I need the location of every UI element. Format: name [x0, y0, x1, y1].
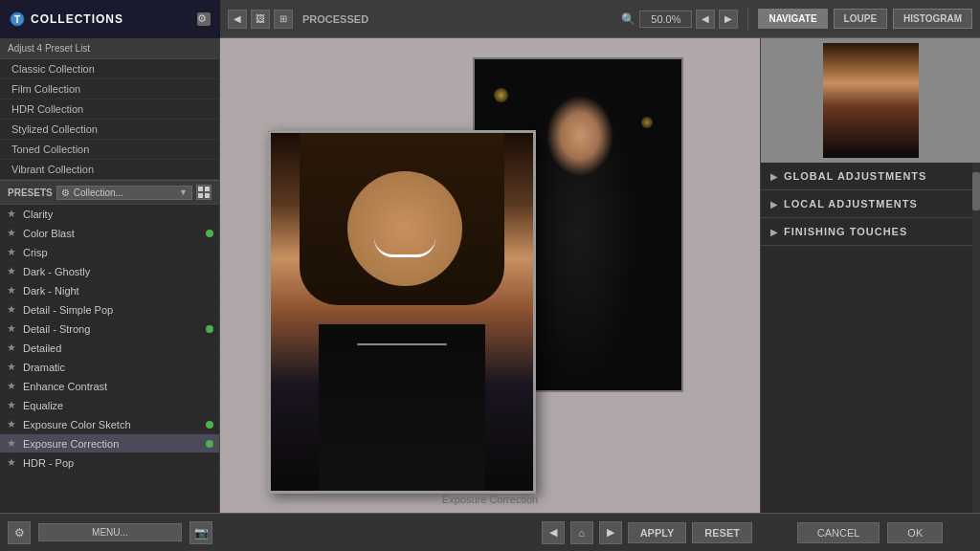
star-icon: ★	[6, 380, 17, 392]
chevron-right-icon: ▶	[770, 227, 778, 237]
gear-button[interactable]: ⚙	[8, 521, 31, 544]
main-canvas: Exposure Correction	[220, 38, 760, 513]
bottom-right: CANCEL OK	[760, 522, 980, 543]
adjustment-sections: ▶GLOBAL ADJUSTMENTS▶LOCAL ADJUSTMENTS▶FI…	[761, 163, 980, 246]
star-icon: ★	[6, 265, 17, 277]
preset-dot	[206, 421, 213, 429]
canvas-label: Exposure Correction	[442, 494, 538, 505]
processed-label: PROCESSED	[302, 13, 368, 25]
camera-button[interactable]: 📷	[189, 521, 212, 544]
adjustment-label: FINISHING TOUCHES	[784, 226, 907, 237]
tab-navigate[interactable]: NAVIGATE	[758, 9, 827, 29]
top-toolbar: ◀ 🖼 ⊞ PROCESSED 🔍 50.0% ◀ ▶ NAVIGATE LOU…	[220, 0, 980, 38]
preset-name: Color Blast	[23, 228, 202, 239]
collection-item[interactable]: Toned Collection	[0, 140, 219, 160]
preset-item[interactable]: ★HDR - Pop	[0, 453, 219, 473]
preset-item[interactable]: ★Detail - Strong	[0, 320, 219, 339]
apply-button[interactable]: APPLY	[628, 522, 687, 543]
svg-rect-2	[198, 187, 203, 191]
preset-item[interactable]: ★Dramatic	[0, 358, 219, 377]
zoom-up-btn[interactable]: ▶	[719, 10, 738, 29]
zoom-down-btn[interactable]: ◀	[696, 10, 715, 29]
collection-item[interactable]: Vibrant Collection	[0, 160, 219, 180]
preset-dot	[206, 325, 213, 333]
thumbnail-area	[761, 38, 980, 163]
collection-item[interactable]: Film Collection	[0, 79, 219, 99]
next-arrow-btn[interactable]: ▶	[599, 521, 622, 544]
home-btn[interactable]: ⌂	[570, 521, 593, 544]
preset-dot	[206, 230, 213, 237]
image-btn[interactable]: 🖼	[251, 10, 270, 29]
preset-item[interactable]: ★Exposure Color Sketch	[0, 415, 219, 434]
ok-button[interactable]: OK	[887, 522, 943, 543]
preset-name: Detail - Strong	[23, 323, 202, 335]
preset-name: Enhance Contrast	[23, 381, 213, 392]
prev-arrow-btn[interactable]: ◀	[542, 521, 565, 544]
adjustment-label: GLOBAL ADJUSTMENTS	[784, 170, 926, 182]
star-icon: ★	[6, 284, 17, 297]
fit-btn[interactable]: ⊞	[274, 10, 293, 29]
tab-loupe[interactable]: LOUPE	[834, 9, 887, 29]
star-icon: ★	[6, 342, 17, 354]
preset-item[interactable]: ★Detailed	[0, 339, 219, 358]
svg-rect-4	[198, 193, 203, 198]
preset-item[interactable]: ★Color Blast	[0, 224, 219, 243]
preset-item[interactable]: ★Equalize	[0, 396, 219, 415]
collection-list: Classic CollectionFilm CollectionHDR Col…	[0, 59, 219, 180]
left-sidebar: Adjust 4 Preset List Classic CollectionF…	[0, 38, 220, 513]
app-icon: T	[10, 11, 25, 27]
grid-view-icon[interactable]	[196, 185, 212, 200]
scrollbar-thumb	[972, 172, 980, 210]
preset-item[interactable]: ★Exposure Correction	[0, 434, 219, 453]
cancel-button[interactable]: CANCEL	[797, 522, 880, 543]
adjustment-section[interactable]: ▶LOCAL ADJUSTMENTS	[761, 190, 980, 218]
star-icon: ★	[6, 437, 17, 450]
svg-text:T: T	[14, 14, 20, 25]
collections-header[interactable]: Adjust 4 Preset List	[0, 38, 219, 59]
preset-name: HDR - Pop	[23, 457, 213, 469]
collection-item[interactable]: HDR Collection	[0, 99, 219, 120]
preset-item[interactable]: ★Enhance Contrast	[0, 377, 219, 396]
menu-button[interactable]: MENU...	[38, 523, 182, 541]
presets-header: PRESETS ⚙ Collection... ▼	[0, 180, 219, 205]
preset-item[interactable]: ★Dark - Night	[0, 281, 219, 300]
preset-name: Dramatic	[23, 362, 213, 373]
preset-item[interactable]: ★Detail - Simple Pop	[0, 300, 219, 320]
star-icon: ★	[6, 303, 17, 316]
thumbnail-image	[823, 43, 919, 158]
star-icon: ★	[6, 208, 17, 220]
preset-list: ★Clarity★Color Blast★Crisp★Dark - Ghostl…	[0, 205, 219, 513]
preset-name: Crisp	[23, 247, 213, 258]
preset-item[interactable]: ★Crisp	[0, 243, 219, 262]
zoom-input[interactable]: 50.0%	[639, 11, 692, 28]
bottom-main: ◀ ⌂ ▶ APPLY RESET	[220, 521, 760, 544]
title-bar: T COLLECTIONS ⚙	[0, 0, 220, 38]
adjustment-section[interactable]: ▶GLOBAL ADJUSTMENTS	[761, 163, 980, 190]
preset-name: Exposure Correction	[23, 438, 202, 450]
tab-histogram[interactable]: HISTOGRAM	[893, 9, 972, 29]
preset-item[interactable]: ★Clarity	[0, 205, 219, 224]
right-scrollbar[interactable]	[972, 163, 980, 513]
svg-rect-3	[205, 187, 210, 191]
star-icon: ★	[6, 361, 17, 373]
collection-item[interactable]: Classic Collection	[0, 59, 219, 79]
preset-item[interactable]: ★Dark - Ghostly	[0, 262, 219, 281]
bottom-left: ⚙ MENU... 📷	[0, 521, 220, 544]
adjustment-label: LOCAL ADJUSTMENTS	[784, 198, 918, 209]
preset-name: Detail - Simple Pop	[23, 304, 213, 316]
collection-item[interactable]: Stylized Collection	[0, 120, 219, 140]
star-icon: ★	[6, 399, 17, 411]
adjustment-section[interactable]: ▶FINISHING TOUCHES	[761, 218, 980, 246]
preset-name: Dark - Night	[23, 285, 213, 297]
star-icon: ★	[6, 322, 17, 335]
preset-name: Detailed	[23, 342, 213, 354]
presets-dropdown[interactable]: ⚙ Collection... ▼	[56, 186, 192, 200]
svg-rect-5	[205, 193, 210, 198]
settings-icon[interactable]: ⚙	[197, 12, 211, 26]
reset-button[interactable]: RESET	[692, 522, 752, 543]
presets-label: PRESETS	[8, 187, 53, 198]
star-icon: ★	[6, 227, 17, 239]
nav-left-btn[interactable]: ◀	[228, 10, 247, 29]
chevron-right-icon: ▶	[770, 171, 778, 182]
star-icon: ★	[6, 246, 17, 258]
